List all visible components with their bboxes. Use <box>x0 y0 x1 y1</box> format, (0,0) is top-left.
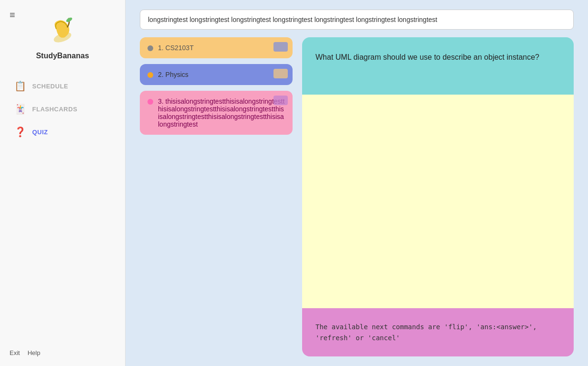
search-bar[interactable]: longstringtest longstringtest longstring… <box>140 10 574 30</box>
logo-area: StudyBananas <box>36 14 89 60</box>
deck-dot <box>147 72 153 78</box>
deck-item-cs2103t[interactable]: 1. CS2103T <box>140 37 293 58</box>
deck-tab <box>273 69 288 78</box>
deck-label: 2. Physics <box>158 71 189 78</box>
sidebar-item-quiz[interactable]: ❓ QUIZ <box>0 120 125 143</box>
flashcard-area: What UML diagram should we use to descri… <box>302 37 574 356</box>
deck-list: 1. CS2103T 2. Physics 3. thisisalongstri… <box>140 37 293 356</box>
deck-dot <box>147 45 153 51</box>
deck-item-longstring[interactable]: 3. thisisalongstringtestthisisalongstrin… <box>140 91 293 135</box>
flashcards-icon: 🃏 <box>14 103 27 115</box>
sidebar-item-flashcards[interactable]: 🃏 FLASHCARDS <box>0 97 125 120</box>
deck-tab <box>273 96 288 105</box>
card-commands: The available next commands are 'flip', … <box>302 308 574 356</box>
deck-label: 3. thisisalongstringtestthisisalongstrin… <box>158 97 285 128</box>
sidebar-item-schedule[interactable]: 📋 SCHEDULE <box>0 75 125 97</box>
deck-dot <box>147 99 153 105</box>
sidebar-footer: Exit Help <box>10 349 40 356</box>
menu-icon[interactable]: ≡ <box>10 10 15 21</box>
deck-item-physics[interactable]: 2. Physics <box>140 64 293 85</box>
quiz-label: QUIZ <box>32 129 48 136</box>
exit-link[interactable]: Exit <box>10 349 20 356</box>
app-logo <box>46 14 79 48</box>
content-area: 1. CS2103T 2. Physics 3. thisisalongstri… <box>140 37 574 356</box>
deck-label: 1. CS2103T <box>158 44 194 52</box>
help-link[interactable]: Help <box>28 349 41 356</box>
quiz-icon: ❓ <box>14 126 27 138</box>
sidebar: ≡ StudyBananas 📋 SCHEDULE 🃏 FLASHCARDS ❓… <box>0 0 126 366</box>
deck-tab <box>273 42 288 52</box>
flashcards-label: FLASHCARDS <box>32 106 78 113</box>
card-question: What UML diagram should we use to descri… <box>302 37 574 95</box>
card-answer <box>302 95 574 308</box>
schedule-label: SCHEDULE <box>32 83 69 90</box>
schedule-icon: 📋 <box>14 80 27 92</box>
main-content: longstringtest longstringtest longstring… <box>126 0 588 366</box>
app-title: StudyBananas <box>36 52 89 60</box>
